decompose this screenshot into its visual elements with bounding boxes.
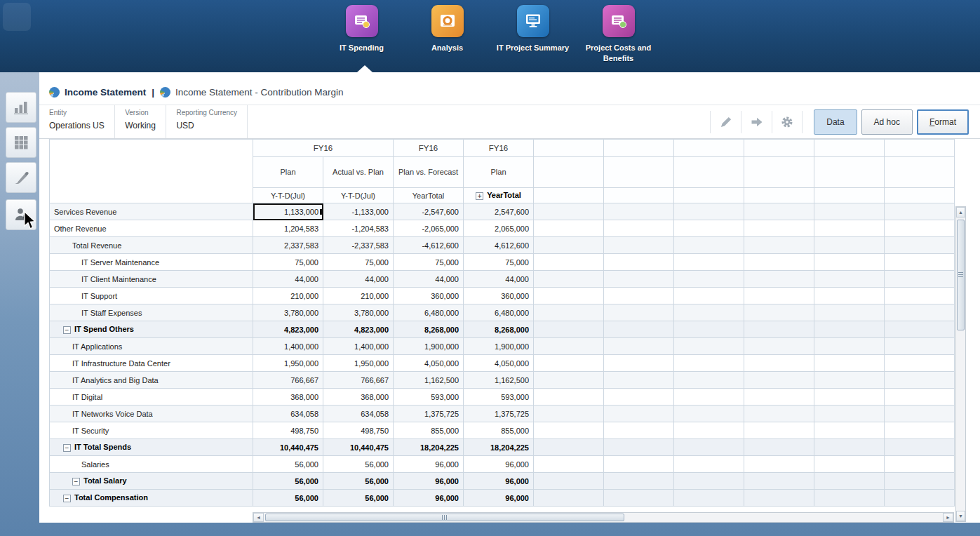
grid-cell[interactable] [814,473,885,490]
column-header-period[interactable]: Y-T-D(Jul) [323,188,394,203]
scroll-left-icon[interactable]: ◄ [253,513,264,522]
grid-cell[interactable] [744,389,814,406]
grid-cell[interactable] [885,372,955,389]
column-header-empty[interactable] [814,188,885,203]
grid-cell[interactable] [744,288,814,304]
grid-cell[interactable] [885,456,955,473]
grid-cell[interactable]: 1,950,000 [323,355,394,372]
row-label[interactable]: IT Staff Expenses [50,304,253,321]
grid-cell[interactable]: -4,612,600 [394,237,464,254]
grid-cell[interactable] [604,304,674,321]
grid-cell[interactable] [885,203,955,220]
row-label[interactable]: −Total Compensation [50,490,253,507]
grid-cell[interactable]: 96,000 [394,473,464,490]
grid-cell[interactable] [744,220,814,237]
edit-button[interactable] [710,111,741,133]
column-header-empty[interactable] [814,157,885,188]
grid-cell[interactable]: 3,780,000 [323,304,394,321]
grid-cell[interactable]: 44,000 [253,271,323,288]
grid-cell[interactable] [885,237,955,254]
column-header-empty[interactable] [885,140,955,157]
go-button[interactable] [741,111,772,133]
grid-cell[interactable] [744,254,814,271]
row-label[interactable]: Salaries [50,456,253,473]
grid-cell[interactable] [534,456,604,473]
grid-cell[interactable] [814,490,885,507]
grid-cell[interactable] [814,271,885,288]
column-header-scenario[interactable]: Plan [464,157,534,188]
grid-cell[interactable] [814,304,885,321]
grid-cell[interactable]: 766,667 [253,372,323,389]
pov-entity[interactable]: Entity Operations US [42,105,115,138]
grid-cell[interactable]: 368,000 [323,389,394,406]
grid-cell[interactable] [534,372,604,389]
grid-cell[interactable]: 368,000 [253,389,323,406]
grid-cell[interactable]: 6,480,000 [394,304,464,321]
column-header-empty[interactable] [674,157,744,188]
grid-cell[interactable] [534,254,604,271]
grid-cell[interactable]: 56,000 [323,473,394,490]
grid-cell[interactable] [674,355,744,372]
grid-cell[interactable] [814,220,885,237]
grid-cell[interactable] [885,406,955,422]
grid-cell[interactable]: 44,000 [323,271,394,288]
grid-cell[interactable]: 634,058 [323,406,394,422]
grid-cell[interactable] [534,288,604,304]
grid-cell[interactable]: 855,000 [464,422,534,439]
grid-cell[interactable] [814,288,885,304]
grid-cell[interactable] [674,220,744,237]
column-header-scenario[interactable]: Actual vs. Plan [323,157,394,188]
nav-item-it-project-summary[interactable]: IT Project Summary [494,5,572,64]
grid-cell[interactable]: 1,162,500 [394,372,464,389]
grid-cell[interactable] [814,237,885,254]
grid-cell[interactable] [744,422,814,439]
grid-cell[interactable]: 44,000 [464,271,534,288]
row-label[interactable]: −IT Spend Others [50,321,253,338]
grid-cell[interactable]: 18,204,225 [464,439,534,456]
grid-cell[interactable] [674,288,744,304]
nav-item-analysis[interactable]: Analysis [408,5,487,64]
grid-cell[interactable] [814,456,885,473]
grid-cell[interactable] [744,490,814,507]
grid-cell[interactable] [885,490,955,507]
column-header-empty[interactable] [885,188,955,203]
column-header-period[interactable]: +YearTotal [464,188,534,203]
grid-cell[interactable]: 360,000 [394,288,464,304]
grid-cell[interactable]: -1,133,000 [323,203,394,220]
grid-cell[interactable]: 2,547,600 [464,203,534,220]
grid-cell[interactable]: 1,162,500 [464,372,534,389]
grid-cell[interactable] [744,439,814,456]
nav-item-project-costs-benefits[interactable]: Project Costs and Benefits [579,5,658,64]
grid-cell[interactable] [885,338,955,355]
column-header-empty[interactable] [534,157,604,188]
row-label[interactable]: IT Support [50,288,253,304]
grid-cell[interactable] [744,237,814,254]
grid-cell[interactable] [814,389,885,406]
grid-cell[interactable] [744,355,814,372]
grid-cell[interactable]: 2,337,583 [253,237,323,254]
column-header-empty[interactable] [604,140,674,157]
pov-entity-value[interactable]: Operations US [49,121,105,130]
grid-cell[interactable] [534,406,604,422]
grid-cell[interactable]: 75,000 [464,254,534,271]
grid-cell[interactable] [744,338,814,355]
row-label[interactable]: −IT Total Spends [50,439,253,456]
row-label[interactable]: −Total Salary [50,473,253,490]
grid-cell[interactable] [814,372,885,389]
grid-cell[interactable]: -2,337,583 [323,237,394,254]
row-label[interactable]: IT Digital [50,389,253,406]
column-header-empty[interactable] [604,157,674,188]
row-label[interactable]: IT Infrastructure Data Center [50,355,253,372]
grid-cell[interactable] [885,220,955,237]
grid-cell[interactable] [604,338,674,355]
grid-cell[interactable] [674,406,744,422]
grid-cell[interactable] [534,220,604,237]
grid-cell[interactable]: 766,667 [323,372,394,389]
grid-cell[interactable]: -2,547,600 [394,203,464,220]
scroll-up-icon[interactable]: ▲ [956,207,965,217]
grid-cell[interactable]: 56,000 [323,456,394,473]
grid-cell[interactable] [674,304,744,321]
grid-cell[interactable] [744,304,814,321]
grid-cell[interactable]: 593,000 [464,389,534,406]
column-header-period[interactable]: Y-T-D(Jul) [253,188,323,203]
